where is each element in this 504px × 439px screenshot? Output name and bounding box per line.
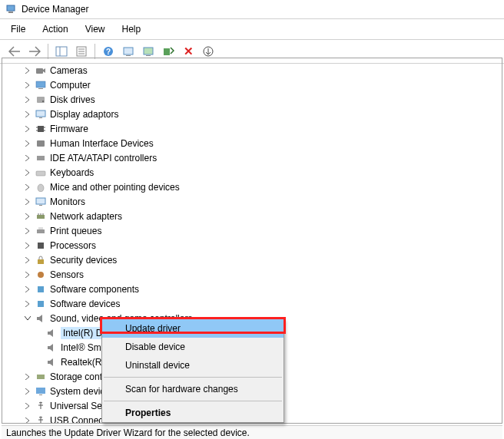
tree-item-processors[interactable]: Processors [5,238,499,253]
svg-rect-0 [7,5,15,11]
svg-rect-47 [39,394,42,395]
speaker-icon [45,327,58,339]
usb-icon [35,414,47,424]
tree-item-ide[interactable]: IDE ATA/ATAPI controllers [5,150,499,165]
statusbar: Launches the Update Driver Wizard for th… [2,425,502,439]
svg-rect-39 [38,227,43,229]
chevron-right-icon[interactable] [22,415,33,424]
tree-item-sensors[interactable]: Sensors [5,267,499,282]
chevron-right-icon[interactable] [22,124,33,134]
chevron-right-icon[interactable] [22,211,33,222]
tree-item-mice[interactable]: Mice and other pointing devices [5,180,499,194]
status-text: Launches the Update Driver Wizard for th… [6,427,250,438]
svg-rect-23 [38,126,44,132]
chevron-right-icon[interactable] [22,182,33,193]
chevron-right-icon[interactable] [22,196,33,207]
chevron-right-icon[interactable] [22,226,33,236]
ctx-uninstall-device[interactable]: Uninstall device [102,356,284,375]
chevron-right-icon[interactable] [22,80,33,91]
chevron-right-icon[interactable] [22,94,33,105]
svg-rect-10 [124,48,133,54]
tree-label: Human Interface Devices [50,138,154,149]
tree-item-network[interactable]: Network adapters [5,209,499,223]
svg-rect-2 [56,47,67,56]
tree-label: Display adaptors [50,109,118,120]
tree-label: Software components [50,284,139,295]
speaker-icon [45,356,58,368]
ctx-separator [104,401,282,401]
tree-label: Computer [50,80,91,91]
tree-label: Processors [50,240,96,251]
svg-rect-44 [38,301,44,307]
ctx-label: Properties [125,408,171,418]
tree-label: Storage contr [50,371,105,382]
cpu-icon [35,239,47,252]
camera-icon [35,64,47,77]
tree-item-keyboards[interactable]: Keyboards [5,165,499,180]
chevron-right-icon[interactable] [22,401,33,411]
menu-help[interactable]: Help [114,21,149,38]
software-icon [35,298,47,310]
software-icon [35,283,47,295]
svg-rect-22 [39,117,42,118]
tree-item-security[interactable]: Security devices [5,253,499,267]
svg-rect-12 [144,48,153,54]
ctx-separator [104,377,282,378]
chevron-right-icon[interactable] [22,284,33,295]
ctx-properties[interactable]: Properties [102,404,284,422]
tree-item-disk-drives[interactable]: Disk drives [5,92,499,107]
menu-view[interactable]: View [78,21,113,38]
ctx-disable-device[interactable]: Disable device [102,338,284,356]
context-menu: Update driver Disable device Uninstall d… [101,319,284,423]
ctx-scan-hardware[interactable]: Scan for hardware changes [102,380,284,398]
tree-item-display-adaptors[interactable]: Display adaptors [5,107,499,121]
keyboard-icon [35,167,47,179]
chevron-down-icon[interactable] [22,313,33,324]
disk-icon [35,94,47,106]
tree-label: Cameras [50,65,88,76]
tree-item-computer[interactable]: Computer [5,78,499,92]
tree-label: Disk drives [50,94,95,105]
tree-item-monitors[interactable]: Monitors [5,194,499,209]
tree-item-firmware[interactable]: Firmware [5,121,499,136]
chevron-right-icon[interactable] [22,299,33,309]
svg-rect-28 [37,140,45,147]
tree-item-cameras[interactable]: Cameras [5,63,499,78]
svg-rect-21 [36,111,45,117]
tree-item-hid[interactable]: Human Interface Devices [5,136,499,150]
svg-point-20 [42,101,44,102]
tree-label: Monitors [50,196,85,207]
mouse-icon [35,181,47,193]
chevron-right-icon[interactable] [22,167,33,178]
titlebar: Device Manager [0,0,504,19]
menu-action[interactable]: Action [35,21,75,38]
chevron-right-icon[interactable] [22,138,33,149]
chevron-right-icon[interactable] [22,240,33,251]
svg-rect-17 [36,81,45,87]
chevron-right-icon[interactable] [22,269,33,280]
tree-label: Mice and other pointing devices [50,182,180,193]
svg-rect-33 [39,205,42,206]
tree-item-sw-components[interactable]: Software components [5,282,499,296]
chevron-right-icon[interactable] [22,153,33,163]
chevron-right-icon[interactable] [22,386,33,397]
network-icon [35,210,47,223]
svg-point-42 [38,272,44,278]
chip-icon [35,123,47,135]
usb-icon [35,400,47,412]
chevron-right-icon[interactable] [22,65,33,76]
delete-icon: ✕ [184,45,194,58]
tree-item-sw-devices[interactable]: Software devices [5,296,499,311]
ctx-update-driver[interactable]: Update driver [102,319,284,338]
ide-icon [35,152,47,164]
chevron-right-icon[interactable] [22,109,33,120]
svg-text:?: ? [106,48,111,56]
svg-rect-34 [37,215,45,219]
svg-point-31 [38,184,44,192]
svg-rect-41 [38,259,44,264]
menu-file[interactable]: File [3,21,33,38]
tree-item-print[interactable]: Print queues [5,223,499,238]
chevron-right-icon[interactable] [22,255,33,266]
tree-label: Intel® Sm [61,342,101,353]
chevron-right-icon[interactable] [22,371,33,382]
